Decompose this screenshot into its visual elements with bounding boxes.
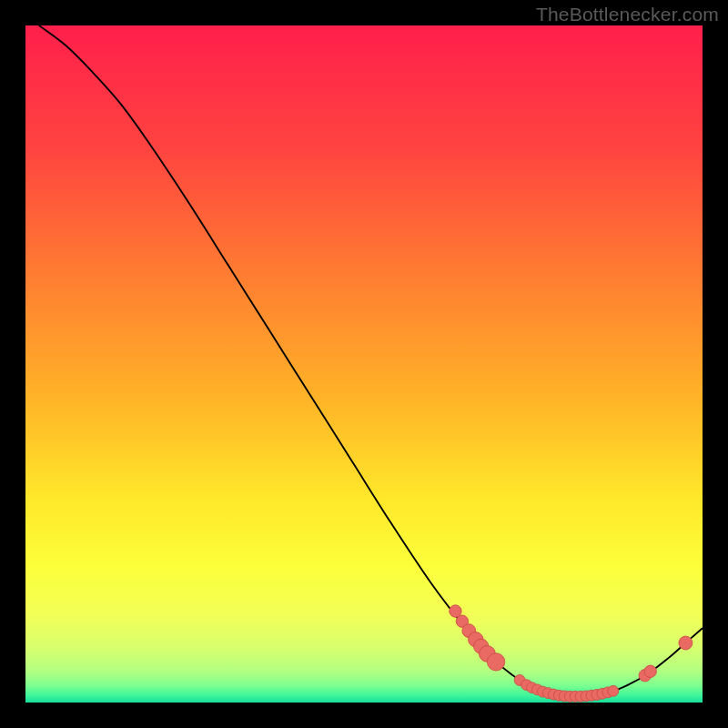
dots-group — [450, 605, 693, 702]
watermark-text: TheBottlenecker.com — [536, 4, 719, 25]
data-dot — [679, 636, 693, 650]
data-dot — [644, 665, 656, 677]
plot-area — [25, 25, 703, 703]
curve-path — [39, 25, 703, 697]
data-dot — [487, 653, 504, 671]
data-dot — [608, 685, 619, 696]
curve-layer — [25, 25, 703, 703]
chart-frame: TheBottlenecker.com — [0, 0, 728, 728]
